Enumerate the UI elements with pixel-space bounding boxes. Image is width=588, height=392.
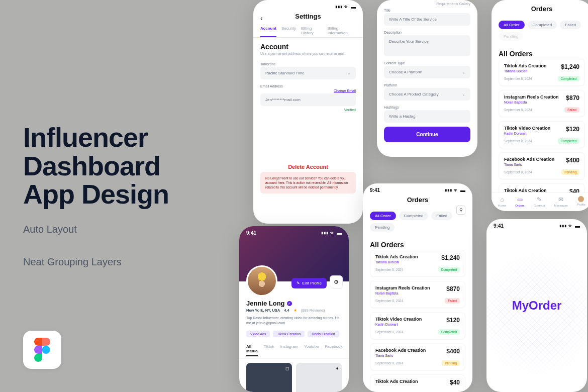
filter-all[interactable]: All Order: [499, 21, 525, 29]
content-type-select[interactable]: Choose A Platform⌄: [384, 66, 470, 78]
form-top-tabs: Requirements Gallery: [377, 0, 477, 6]
edit-profile-button[interactable]: ✎Edit Profile: [291, 278, 327, 288]
filter-completed[interactable]: Completed: [399, 212, 429, 220]
profile-hero: 9:41 ▮▮▮ ᯤ ▬ ✎Edit Profile ⚙: [239, 226, 349, 281]
tab-billing-history[interactable]: Billing History: [301, 24, 323, 37]
media-item[interactable]: ◻ For the first time we have…126 ◯ 808: [246, 363, 292, 392]
change-email-link[interactable]: Change Email: [253, 89, 363, 93]
media-tab-tiktok[interactable]: Tiktok: [264, 344, 274, 356]
all-orders-heading: All Orders: [363, 236, 472, 250]
order-date: September 8, 2024: [504, 170, 532, 174]
status-badge: Completed: [438, 329, 460, 335]
order-card[interactable]: Facebook Ads CreationTiana Saris$400Sept…: [370, 343, 465, 370]
phone-splash: 9:41 ▮▮▮ ᯤ ▬ MyOrder: [486, 219, 587, 392]
status-icons: ▮▮▮ ᯤ ▬: [445, 187, 465, 193]
filter-pending[interactable]: Pending: [499, 32, 523, 41]
avatar[interactable]: [246, 265, 277, 297]
order-price: $870: [566, 94, 579, 102]
order-client: Nolan Baptista: [504, 101, 559, 104]
tag[interactable]: Tiktok Creation: [273, 331, 305, 337]
hashtags-label: Hashtags: [377, 103, 477, 110]
nav-profile[interactable]: Profile: [577, 196, 585, 207]
all-orders-heading: All Orders: [492, 45, 588, 59]
media-tabs: All Media Tiktok Instagram Youtube Faceb…: [239, 340, 349, 359]
order-client: Tatiana Botosh: [375, 260, 418, 264]
contract-icon: ✎: [537, 196, 542, 203]
order-card[interactable]: Tiktok Video CreationKadin Dorwart$120Se…: [499, 121, 585, 148]
order-price: $400: [446, 348, 460, 355]
filter-all[interactable]: All Order: [370, 212, 396, 220]
order-card[interactable]: Tiktok Ads CreationTatiana Botosh$1,240S…: [370, 250, 465, 277]
timezone-field[interactable]: Pacific Standard Time ⌄: [260, 67, 356, 79]
filter-completed[interactable]: Completed: [528, 21, 557, 29]
timezone-label: Timezone: [253, 59, 363, 67]
phone-orders: 9:41 ▮▮▮ ᯤ ▬ Orders ⚲ All Order Complete…: [363, 183, 472, 392]
nav-orders[interactable]: ▭Orders: [515, 196, 524, 207]
edit-icon: ✎: [297, 281, 300, 285]
tab-account[interactable]: Account: [260, 24, 276, 37]
tag[interactable]: Reels Creation: [308, 331, 339, 337]
order-date: September 8, 2024: [375, 299, 403, 303]
title-input[interactable]: Write A Title Of the Service: [384, 13, 470, 26]
order-card[interactable]: Tiktok Ads CreationTatiana Botosh$1,240S…: [499, 59, 585, 86]
tag[interactable]: Video Ads: [246, 331, 270, 337]
svg-point-0: [42, 346, 50, 354]
order-card[interactable]: Tiktok Video CreationKadin Dorwart$120Se…: [370, 312, 465, 339]
status-bar: 9:41 ▮▮▮ ᯤ ▬: [363, 183, 472, 194]
nav-contract[interactable]: ✎Contract: [534, 196, 545, 207]
email-field[interactable]: Jen********mail.com: [260, 93, 356, 106]
chevron-down-icon: ⌄: [347, 71, 351, 75]
order-price: $1,240: [441, 254, 460, 261]
content-type-label: Content Type: [377, 58, 477, 66]
star-icon: ★: [293, 308, 297, 313]
platform-select[interactable]: Choose A Product Category⌄: [384, 88, 470, 101]
profile-tags: Video Ads Tiktok Creation Reels Creation: [239, 328, 349, 340]
messages-icon: ✉: [558, 196, 563, 203]
instagram-icon: ◻: [285, 366, 289, 371]
status-bar: 9:41 ▮▮▮ ᯤ ▬: [253, 0, 363, 11]
order-date: September 8, 2024: [375, 330, 403, 334]
hero-title: Influencer Dashboard App Design: [23, 123, 234, 209]
order-card[interactable]: Instagram Reels CreationNolan Baptista$8…: [370, 281, 465, 308]
filter-button[interactable]: ⚲: [456, 206, 465, 215]
media-tab-youtube[interactable]: Youtube: [304, 344, 319, 356]
status-badge: Pending: [442, 360, 460, 366]
filter-failed[interactable]: Failed: [560, 21, 581, 29]
order-date: September 8, 2024: [375, 361, 403, 365]
phone-service-form: Requirements Gallery Title Write A Title…: [377, 0, 477, 157]
media-tab-all[interactable]: All Media: [246, 344, 258, 356]
order-date: September 8, 2024: [504, 108, 532, 112]
filter-pending[interactable]: Pending: [370, 223, 395, 232]
status-bar: 9:41 ▮▮▮ ᯤ ▬: [239, 226, 349, 237]
timezone-value: Pacific Standard Time: [265, 71, 305, 75]
order-card[interactable]: Instagram Reels CreationNolan Baptista$8…: [499, 90, 585, 117]
order-client: Kadin Dorwart: [504, 132, 550, 135]
hero-sub2: Neat Grouping Layers: [23, 256, 122, 268]
order-date: September 8, 2024: [375, 268, 403, 271]
continue-button[interactable]: Continue: [384, 127, 470, 142]
platform-label: Platform: [377, 80, 477, 88]
status-badge: Failed: [564, 107, 579, 113]
hero-sub1: Auto Layout: [23, 224, 77, 235]
hashtag-input[interactable]: Write a Hastag: [384, 110, 470, 123]
settings-button[interactable]: ⚙: [330, 275, 343, 288]
order-title: Instagram Reels Creation: [504, 94, 559, 100]
verified-badge-icon: ✓: [287, 301, 292, 306]
order-price: $400: [566, 157, 579, 164]
tab-security[interactable]: Security: [281, 24, 296, 37]
order-card[interactable]: Facebook Ads CreationTiana Saris$400Sept…: [499, 152, 585, 179]
filter-failed[interactable]: Failed: [431, 212, 452, 220]
nav-home[interactable]: ⌂Home: [498, 196, 506, 207]
desc-input[interactable]: Describe Your Service: [384, 35, 470, 56]
status-icons: ▮▮▮ ᯤ ▬: [321, 230, 342, 236]
order-card[interactable]: Tiktok Ads Creation$40: [370, 374, 465, 392]
back-icon[interactable]: ‹: [260, 14, 263, 22]
media-tab-facebook[interactable]: Facebook: [325, 344, 342, 356]
media-item[interactable]: ●: [296, 363, 342, 392]
order-date: September 8, 2024: [504, 139, 532, 143]
delete-heading: Delete Account: [253, 160, 363, 172]
profile-meta: New York, NY, USA 4.4 ★ (889 Reviews): [239, 307, 349, 314]
media-tab-instagram[interactable]: Instagram: [280, 344, 299, 356]
nav-messages[interactable]: ✉Messages: [554, 196, 567, 207]
tab-billing-info[interactable]: Billing Information: [328, 24, 356, 37]
